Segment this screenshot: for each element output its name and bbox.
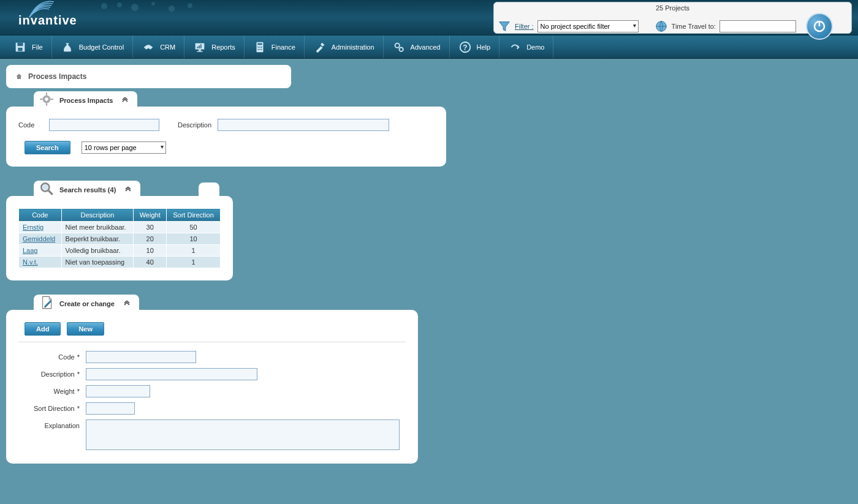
panel-title: Search results (4) — [59, 186, 116, 194]
cell-description: Niet meer bruikbaar. — [61, 222, 134, 233]
brand-text: invantive — [18, 13, 77, 27]
save-icon — [13, 40, 27, 54]
menu-administration[interactable]: Administration — [305, 36, 384, 58]
filter-label[interactable]: Filter : — [515, 23, 534, 30]
cell-weight: 10 — [134, 245, 167, 257]
filter-select[interactable]: No project specific filter — [537, 20, 639, 32]
collapse-toggle[interactable] — [124, 187, 132, 193]
menu-label: Demo — [526, 43, 544, 51]
svg-rect-17 — [200, 44, 202, 48]
results-side-tab[interactable] — [199, 182, 219, 196]
field-label-description: Description * — [18, 370, 80, 378]
chart-screen-icon — [193, 40, 207, 54]
menu-finance[interactable]: Finance — [245, 36, 305, 58]
svg-rect-19 — [257, 43, 262, 45]
col-description[interactable]: Description — [61, 209, 134, 222]
svg-point-1 — [117, 2, 122, 7]
tools-icon — [313, 40, 327, 54]
table-row: Laag Volledig bruikbaar. 10 1 — [19, 245, 221, 257]
timetravel-label: Time Travel to: — [672, 23, 716, 30]
table-row: Ernstig Niet meer bruikbaar. 30 50 — [19, 222, 221, 233]
gear-icon — [39, 91, 55, 107]
globe-icon — [655, 20, 668, 33]
edit-panel: Create or change Add New Code * Descript… — [6, 310, 418, 464]
decorative-dots — [92, 0, 214, 18]
search-panel: Process Impacts Code Description Search … — [6, 107, 446, 167]
search-button[interactable]: Search — [25, 141, 70, 154]
field-label-explanation: Explanation — [18, 419, 80, 429]
svg-rect-33 — [46, 103, 47, 105]
menu-label: File — [32, 43, 43, 51]
svg-rect-35 — [51, 99, 53, 100]
col-sort[interactable]: Sort Direction — [167, 209, 221, 222]
sort-field[interactable] — [86, 402, 135, 415]
cell-description: Beperkt bruikbaar. — [61, 233, 134, 245]
calculator-icon — [253, 40, 267, 54]
description-label: Description — [178, 121, 211, 129]
explanation-field[interactable] — [86, 419, 400, 450]
cell-sort: 1 — [167, 257, 221, 268]
collapse-toggle[interactable] — [123, 301, 131, 307]
code-field[interactable] — [86, 351, 196, 363]
svg-rect-34 — [40, 99, 42, 100]
top-controls-panel: 25 Projects Filter : No project specific… — [493, 2, 852, 34]
power-button[interactable] — [806, 13, 833, 40]
svg-point-4 — [169, 6, 175, 12]
app-header: invantive 25 Projects Filter : No projec… — [0, 0, 858, 36]
results-table: Code Description Weight Sort Direction E… — [18, 208, 221, 268]
menu-label: Help — [477, 43, 491, 51]
collapse-toggle[interactable] — [121, 97, 129, 103]
svg-rect-14 — [197, 51, 203, 51]
edit-panel-tab: Create or change — [34, 295, 139, 312]
cell-code[interactable]: Laag — [19, 245, 62, 257]
cell-sort: 10 — [167, 233, 221, 245]
svg-point-31 — [45, 97, 48, 100]
svg-point-25 — [261, 48, 262, 50]
code-input[interactable] — [49, 119, 159, 131]
home-icon[interactable] — [15, 73, 23, 80]
svg-rect-15 — [197, 47, 199, 48]
svg-point-38 — [43, 184, 48, 190]
weight-field[interactable] — [86, 385, 150, 397]
table-row: N.v.t. Niet van toepassing 40 1 — [19, 257, 221, 268]
chevron-up-icon — [123, 301, 131, 307]
menu-budget[interactable]: Budget Control — [52, 36, 133, 58]
svg-rect-16 — [199, 45, 200, 48]
field-label-code: Code * — [18, 353, 80, 361]
menu-help[interactable]: ? Help — [450, 36, 500, 58]
menu-advanced[interactable]: Advanced — [384, 36, 450, 58]
funnel-icon — [498, 20, 511, 33]
search-panel-tab: Process Impacts — [34, 91, 137, 108]
table-row: Gemiddeld Beperkt bruikbaar. 20 10 — [19, 233, 221, 245]
breadcrumb: Process Impacts — [6, 65, 291, 88]
gears-icon — [392, 40, 406, 54]
svg-rect-32 — [46, 92, 47, 95]
rows-per-page-select[interactable]: 10 rows per page — [82, 141, 166, 154]
results-panel: Search results (4) Code Description Weig… — [6, 196, 233, 280]
menu-reports[interactable]: Reports — [184, 36, 245, 58]
add-button[interactable]: Add — [25, 322, 61, 336]
document-edit-icon — [39, 295, 55, 310]
cell-code[interactable]: N.v.t. — [19, 257, 62, 268]
col-code[interactable]: Code — [19, 209, 62, 222]
svg-rect-11 — [18, 47, 22, 51]
cell-code[interactable]: Gemiddeld — [19, 233, 62, 245]
table-header-row: Code Description Weight Sort Direction — [19, 209, 221, 222]
menu-label: Advanced — [411, 43, 441, 51]
menu-crm[interactable]: CRM — [133, 36, 184, 58]
new-button[interactable]: New — [67, 322, 104, 336]
content-area: Process Impacts Process Impacts Code Des… — [0, 59, 858, 499]
cell-code[interactable]: Ernstig — [19, 222, 62, 233]
description-field[interactable] — [86, 368, 257, 380]
svg-point-23 — [257, 48, 259, 50]
code-label: Code — [18, 121, 43, 129]
menu-file[interactable]: File — [5, 36, 52, 58]
timetravel-input[interactable] — [719, 20, 796, 32]
magnifier-icon — [39, 181, 55, 197]
results-panel-tab: Search results (4) — [34, 181, 140, 198]
description-input[interactable] — [218, 119, 389, 131]
question-icon: ? — [458, 40, 472, 54]
col-weight[interactable]: Weight — [134, 209, 167, 222]
chevron-up-icon — [124, 187, 132, 193]
menu-label: Reports — [211, 43, 235, 51]
